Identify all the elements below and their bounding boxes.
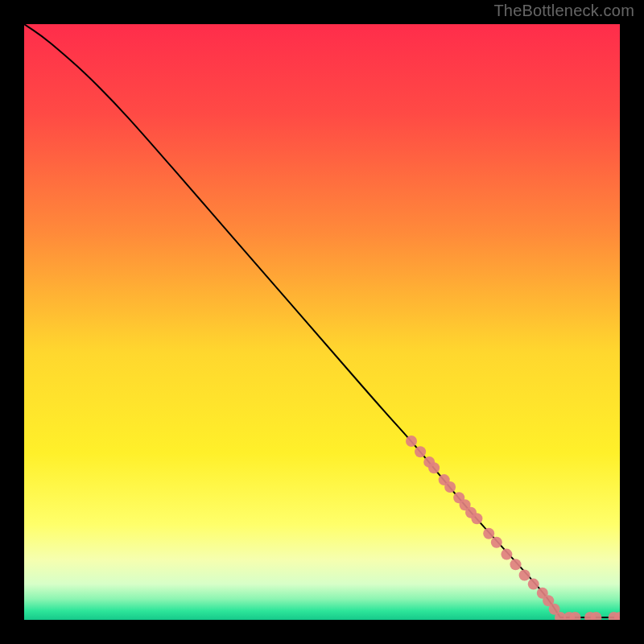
series-dots-flat — [564, 612, 620, 620]
svg-rect-0 — [24, 24, 620, 620]
data-point — [510, 559, 522, 570]
attribution-text: TheBottleneck.com — [493, 2, 634, 20]
data-point — [444, 481, 456, 493]
data-point — [519, 570, 530, 581]
data-point — [471, 513, 482, 524]
data-point — [415, 446, 426, 457]
bottleneck-chart — [24, 24, 620, 620]
data-point — [428, 462, 440, 473]
data-point — [528, 579, 539, 590]
data-point — [483, 528, 494, 539]
chart-frame: TheBottleneck.com — [0, 0, 644, 644]
data-point — [491, 537, 502, 548]
data-point — [406, 436, 417, 447]
data-point — [501, 549, 512, 560]
plot-area — [24, 24, 620, 620]
